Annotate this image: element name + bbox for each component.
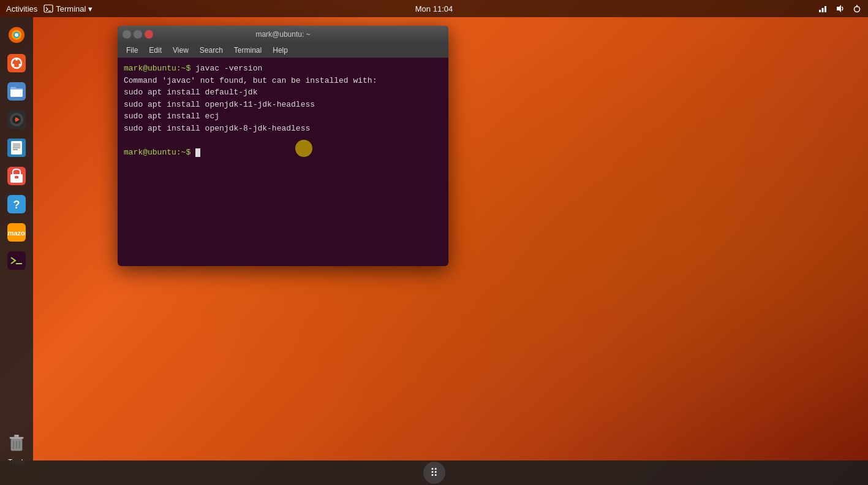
terminal-sudo-line4: sudo apt install openjdk-11-jdk-headless (124, 100, 315, 109)
dock-item-ubuntu-software[interactable] (4, 50, 29, 76)
terminal-minimize-button[interactable] (123, 30, 131, 39)
terminal-menu-help[interactable]: Help (268, 45, 293, 56)
terminal-window-buttons (123, 30, 153, 39)
topbar-terminal-indicator[interactable]: Terminal ▾ (43, 4, 92, 13)
svg-text:amazon: amazon (7, 229, 26, 237)
tray-network-icon[interactable] (818, 4, 828, 13)
terminal-command-1: javac -version (191, 64, 262, 73)
dock-item-amazon[interactable]: amazon (4, 220, 29, 245)
terminal-menubar: File Edit View Search Terminal Help (118, 43, 448, 58)
terminal-menu-search[interactable]: Search (195, 45, 228, 56)
svg-marker-5 (837, 5, 841, 12)
terminal-line-current: mark@ubuntu:~$ (124, 147, 442, 159)
dock-item-rhythmbox[interactable] (4, 107, 29, 132)
dock-item-firefox[interactable] (4, 22, 29, 48)
terminal-menu-view[interactable]: View (168, 45, 194, 56)
svg-rect-39 (10, 437, 24, 439)
terminal-maximize-button[interactable] (134, 30, 142, 39)
svg-rect-12 (7, 54, 26, 72)
terminal-window: mark@ubuntu: ~ File Edit View Search Ter… (118, 26, 448, 266)
terminal-menu-file[interactable]: File (121, 45, 143, 56)
dock-item-writer[interactable] (4, 135, 29, 161)
topbar: Activities Terminal ▾ Mon 11:04 (0, 0, 868, 17)
svg-rect-40 (14, 435, 19, 437)
svg-point-16 (12, 64, 15, 66)
topbar-clock: Mon 11:04 (415, 4, 453, 13)
dock: ? amazon Trash (0, 17, 33, 460)
trash-icon (7, 433, 26, 452)
svg-rect-31 (15, 176, 18, 178)
svg-point-15 (19, 64, 21, 66)
svg-text:?: ? (13, 199, 20, 211)
terminal-close-button[interactable] (145, 30, 153, 39)
svg-rect-2 (819, 10, 821, 12)
dock-item-software-store[interactable] (4, 163, 29, 189)
terminal-output-line4: sudo apt install openjdk-11-jdk-headless (124, 99, 442, 111)
terminal-output-line2: Command 'javac' not found, but can be in… (124, 75, 442, 87)
terminal-titlebar: mark@ubuntu: ~ (118, 26, 448, 43)
show-apps-button[interactable]: ⠿ (423, 462, 445, 484)
svg-rect-3 (822, 8, 824, 12)
terminal-prompt-current: mark@ubuntu:~$ (124, 148, 191, 157)
terminal-sudo-line3: sudo apt install default-jdk (124, 88, 257, 97)
dock-item-files[interactable] (4, 78, 29, 104)
dock-item-terminal[interactable] (4, 248, 29, 273)
terminal-menu-edit[interactable]: Edit (144, 45, 167, 56)
svg-rect-4 (825, 6, 826, 12)
svg-rect-36 (7, 251, 26, 270)
terminal-icon (43, 4, 53, 13)
topbar-right (818, 4, 862, 13)
terminal-menu-terminal[interactable]: Terminal (229, 45, 266, 56)
terminal-line-1: mark@ubuntu:~$ javac -version (124, 63, 442, 75)
activities-button[interactable]: Activities (6, 4, 37, 13)
terminal-title: mark@ubuntu: ~ (255, 30, 310, 39)
bottombar: ⠿ (0, 460, 868, 485)
topbar-left: Activities Terminal ▾ (6, 4, 92, 13)
terminal-output-line5: sudo apt install ecj (124, 110, 442, 123)
terminal-sudo-line5: sudo apt install ecj (124, 112, 219, 121)
svg-point-11 (15, 33, 18, 37)
terminal-output-line3: sudo apt install default-jdk (124, 86, 442, 99)
terminal-cursor (195, 148, 200, 157)
topbar-terminal-arrow: ▾ (88, 4, 92, 13)
apps-grid-icon: ⠿ (430, 466, 439, 479)
terminal-sudo-line6: sudo apt install openjdk-8-jdk-headless (124, 124, 310, 133)
tray-sound-icon[interactable] (835, 4, 845, 13)
dock-item-help[interactable]: ? (4, 191, 29, 217)
terminal-body[interactable]: mark@ubuntu:~$ javac -version Command 'j… (118, 58, 448, 266)
dock-item-trash[interactable]: Trash (4, 430, 29, 456)
svg-point-14 (15, 58, 18, 61)
terminal-prompt-1: mark@ubuntu:~$ (124, 64, 191, 73)
topbar-terminal-label: Terminal (56, 4, 86, 13)
terminal-output-line6: sudo apt install openjdk-8-jdk-headless (124, 123, 442, 135)
tray-power-icon[interactable] (852, 4, 862, 13)
